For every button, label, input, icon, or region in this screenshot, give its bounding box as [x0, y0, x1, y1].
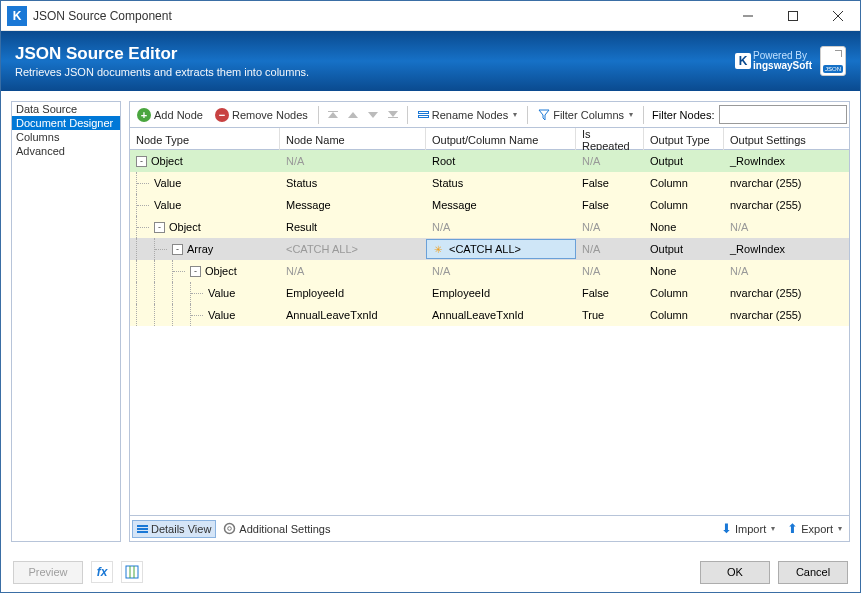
col-header-is-repeated[interactable]: Is Repeated [576, 128, 644, 152]
svg-point-4 [225, 524, 235, 534]
output-type-cell: Column [644, 194, 724, 216]
output-column-cell: Message [426, 194, 576, 216]
window-title: JSON Source Component [33, 9, 725, 23]
grid-row[interactable]: ValueMessageMessageFalseColumnnvarchar (… [130, 194, 849, 216]
node-type-label: Object [151, 155, 183, 167]
is-repeated-cell: N/A [576, 150, 644, 172]
output-type-cell: None [644, 216, 724, 238]
banner-logo-area: K Powered By ingswaySoft JSON [735, 46, 846, 76]
col-header-output-column[interactable]: Output/Column Name [426, 128, 576, 152]
cancel-button[interactable]: Cancel [778, 561, 848, 584]
add-node-button[interactable]: + Add Node [132, 105, 208, 125]
additional-settings-button[interactable]: Additional Settings [218, 519, 335, 538]
chevron-down-icon: ▾ [629, 110, 633, 119]
output-column-cell: N/A [426, 260, 576, 282]
tree-expander[interactable]: - [136, 156, 147, 167]
filter-nodes-label: Filter Nodes: [649, 109, 717, 121]
node-name-cell: Message [280, 194, 426, 216]
star-icon: ✳ [431, 242, 445, 256]
grid-row[interactable]: ValueEmployeeIdEmployeeIdFalseColumnnvar… [130, 282, 849, 304]
node-name-cell: EmployeeId [280, 282, 426, 304]
tree-expander[interactable]: - [154, 222, 165, 233]
col-header-node-name[interactable]: Node Name [280, 128, 426, 152]
chevron-down-icon: ▾ [838, 524, 842, 533]
preview-button[interactable]: Preview [13, 561, 83, 584]
output-settings-cell: N/A [724, 260, 849, 282]
export-button[interactable]: ⬆ Export ▾ [782, 518, 847, 539]
grid-row[interactable]: -Array<CATCH ALL>✳<CATCH ALL>N/AOutput_R… [130, 238, 849, 260]
maximize-button[interactable] [770, 1, 815, 31]
output-settings-cell: _RowIndex [724, 150, 849, 172]
move-down-button[interactable] [364, 109, 382, 121]
tree-expander[interactable]: - [190, 266, 201, 277]
output-column-cell: N/A [426, 216, 576, 238]
sidebar-item[interactable]: Data Source [12, 102, 120, 116]
sidebar-item[interactable]: Advanced [12, 144, 120, 158]
node-type-label: Object [205, 265, 237, 277]
ok-button[interactable]: OK [700, 561, 770, 584]
move-up-button[interactable] [344, 109, 362, 121]
output-settings-cell: nvarchar (255) [724, 282, 849, 304]
node-name-cell: N/A [280, 260, 426, 282]
remove-nodes-button[interactable]: − Remove Nodes [210, 105, 313, 125]
grid-row[interactable]: -ObjectN/ARootN/AOutput_RowIndex [130, 150, 849, 172]
sidebar: Data SourceDocument DesignerColumnsAdvan… [11, 101, 121, 542]
node-name-cell: Result [280, 216, 426, 238]
node-type-label: Value [154, 199, 181, 211]
is-repeated-cell: False [576, 194, 644, 216]
output-column-cell: Root [426, 150, 576, 172]
is-repeated-cell: True [576, 304, 644, 326]
close-button[interactable] [815, 1, 860, 31]
output-settings-cell: N/A [724, 216, 849, 238]
filter-nodes-input[interactable] [719, 105, 847, 124]
details-icon [137, 525, 148, 533]
output-settings-cell: _RowIndex [724, 238, 849, 260]
node-type-label: Object [169, 221, 201, 233]
grid-row[interactable]: -ObjectN/AN/AN/ANoneN/A [130, 260, 849, 282]
node-type-label: Array [187, 243, 213, 255]
grid-row[interactable]: ValueStatusStatusFalseColumnnvarchar (25… [130, 172, 849, 194]
chevron-down-icon: ▾ [513, 110, 517, 119]
details-view-button[interactable]: Details View [132, 520, 216, 538]
logo-k-icon: K [735, 53, 751, 69]
export-icon: ⬆ [787, 521, 798, 536]
output-type-cell: Output [644, 150, 724, 172]
formula-icon[interactable]: fx [91, 561, 113, 583]
funnel-icon [538, 109, 550, 121]
grid-row[interactable]: ValueAnnualLeaveTxnIdAnnualLeaveTxnIdTru… [130, 304, 849, 326]
output-type-cell: Output [644, 238, 724, 260]
svg-rect-6 [126, 566, 138, 578]
grid-row[interactable]: -ObjectResultN/AN/ANoneN/A [130, 216, 849, 238]
output-type-cell: Column [644, 304, 724, 326]
toolbar-separator [527, 106, 528, 124]
rename-nodes-button[interactable]: Rename Nodes ▾ [413, 106, 522, 124]
toolbar: + Add Node − Remove Nodes [130, 102, 849, 128]
minimize-button[interactable] [725, 1, 770, 31]
col-header-output-type[interactable]: Output Type [644, 128, 724, 152]
node-name-cell: <CATCH ALL> [280, 238, 426, 260]
sidebar-item[interactable]: Columns [12, 130, 120, 144]
window: K JSON Source Component JSON Source Edit… [0, 0, 861, 593]
rename-icon [418, 111, 429, 118]
body: Data SourceDocument DesignerColumnsAdvan… [1, 91, 860, 552]
sidebar-item[interactable]: Document Designer [12, 116, 120, 130]
move-top-button[interactable] [324, 108, 342, 121]
output-settings-cell: nvarchar (255) [724, 172, 849, 194]
columns-icon[interactable] [121, 561, 143, 583]
node-name-cell: AnnualLeaveTxnId [280, 304, 426, 326]
grid-body[interactable]: -ObjectN/ARootN/AOutput_RowIndexValueSta… [130, 150, 849, 515]
col-header-node-type[interactable]: Node Type [130, 128, 280, 152]
is-repeated-cell: N/A [576, 238, 644, 260]
tree-expander[interactable]: - [172, 244, 183, 255]
gear-icon [223, 522, 236, 535]
node-name-cell: Status [280, 172, 426, 194]
col-header-output-settings[interactable]: Output Settings [724, 128, 849, 152]
banner-subtitle: Retrieves JSON documents and extracts th… [15, 66, 735, 78]
import-button[interactable]: ⬇ Import ▾ [716, 518, 780, 539]
output-column-cell[interactable]: ✳<CATCH ALL> [426, 239, 576, 259]
toolbar-separator [407, 106, 408, 124]
titlebar: K JSON Source Component [1, 1, 860, 31]
filter-columns-button[interactable]: Filter Columns ▾ [533, 106, 638, 124]
move-bottom-button[interactable] [384, 108, 402, 121]
output-type-cell: None [644, 260, 724, 282]
